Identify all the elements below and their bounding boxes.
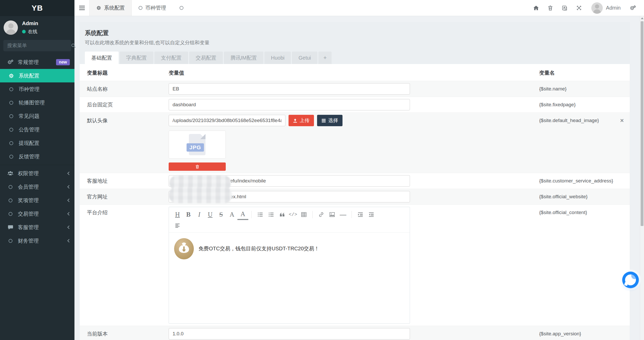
row-var-name: {$site.name}: [539, 83, 626, 95]
avatar-preview-card[interactable]: JPG: [169, 131, 226, 159]
home-icon[interactable]: [529, 0, 543, 16]
gears-icon: [7, 59, 13, 65]
row-var-name: {$site.default_head_image} ×: [539, 115, 626, 171]
topbar-username[interactable]: Admin: [606, 5, 621, 11]
align-left-icon[interactable]: [172, 220, 183, 231]
circle-icon: [8, 141, 14, 145]
site-name-input[interactable]: [169, 83, 410, 95]
row-label: 后台固定页: [87, 99, 169, 110]
hamburger-menu-icon[interactable]: [74, 0, 89, 16]
tab-basic-config[interactable]: 基础配置: [85, 52, 119, 64]
bold-button[interactable]: B: [183, 209, 194, 220]
sidebar-search: [3, 40, 71, 51]
vertical-scrollbar[interactable]: [640, 16, 644, 340]
outdent-icon[interactable]: [366, 209, 377, 220]
table-icon[interactable]: [298, 209, 309, 220]
user-status-label: 在线: [28, 29, 37, 35]
sidebar-item-withdraw-config[interactable]: 提现配置: [0, 136, 74, 150]
topbar-tab-label: 系统配置: [104, 4, 125, 11]
user-status: 在线: [22, 29, 38, 35]
heading-button[interactable]: H: [172, 209, 183, 220]
scrollbar-thumb[interactable]: [641, 21, 643, 226]
translate-icon[interactable]: [557, 0, 572, 16]
config-group-tabs: 基础配置 字典配置 支付配置 交易配置 腾讯IM配置 Huobi Getui +: [85, 52, 625, 64]
row-var-name: {$site.official_website}: [539, 191, 626, 202]
strikethrough-button[interactable]: S: [216, 209, 227, 220]
image-icon[interactable]: [327, 209, 338, 220]
ordered-list-icon[interactable]: [255, 209, 266, 220]
editor-content-area[interactable]: 免费OTC交易，钱包目前仅支持USDT-TRC20交易！: [169, 233, 410, 323]
customer-service-address-input[interactable]: kefu/index/mobile: [169, 175, 410, 187]
topbar-tab-blank[interactable]: [173, 0, 193, 16]
topbar-tab-currency[interactable]: 币种管理: [132, 0, 173, 16]
sidebar-item-customer-service[interactable]: 客服管理: [0, 221, 74, 234]
app-version-input[interactable]: [169, 328, 410, 339]
panel-header: 系统配置 可以在此增改系统的变量和分组,也可以自定义分组和变量 基础配置 字典配…: [80, 22, 630, 64]
main-content: 系统配置 可以在此增改系统的变量和分组,也可以自定义分组和变量 基础配置 字典配…: [74, 16, 640, 340]
tab-trade-config[interactable]: 交易配置: [189, 52, 223, 64]
italic-button[interactable]: I: [194, 209, 205, 220]
default-avatar-path-input[interactable]: [169, 115, 285, 126]
tab-getui[interactable]: Getui: [292, 52, 317, 64]
gear-icon: [8, 73, 14, 79]
topbar-avatar[interactable]: [591, 2, 603, 14]
scroll-up-arrow-icon[interactable]: [641, 17, 643, 19]
tab-huobi[interactable]: Huobi: [264, 52, 291, 64]
upload-button-label: 上传: [300, 117, 310, 124]
sidebar-item-trades[interactable]: 交易管理: [0, 207, 74, 221]
topbar-tab-system-config[interactable]: 系统配置: [89, 0, 132, 16]
sidebar-item-announcement[interactable]: 公告管理: [0, 123, 74, 136]
sidebar-item-faq[interactable]: 常见问题: [0, 109, 74, 123]
fixed-page-input[interactable]: [169, 99, 410, 110]
sidebar-item-label: 轮播图管理: [19, 99, 70, 106]
table-row: 当前版本 {$site.app_version}: [80, 326, 630, 340]
trash-icon[interactable]: [543, 0, 557, 16]
row-label: 默认头像: [87, 115, 169, 171]
underline-button[interactable]: U: [205, 209, 216, 220]
chevron-left-icon: [67, 172, 70, 175]
indent-icon[interactable]: [355, 209, 366, 220]
gears-settings-icon[interactable]: [625, 0, 640, 16]
sidebar-item-currency[interactable]: 币种管理: [0, 82, 74, 96]
tab-tencent-im-config[interactable]: 腾讯IM配置: [224, 52, 263, 64]
chevron-left-icon: [67, 225, 70, 229]
sidebar-item-carousel[interactable]: 轮播图管理: [0, 96, 74, 109]
sidebar-item-feedback[interactable]: 反馈管理: [0, 150, 74, 163]
add-tab-button[interactable]: +: [318, 52, 332, 64]
font-size-button[interactable]: A: [227, 209, 237, 220]
sidebar-item-finance[interactable]: 财务管理: [0, 234, 74, 247]
font-color-button[interactable]: A: [237, 209, 248, 220]
sidebar-item-system-config[interactable]: 系统配置: [0, 69, 74, 82]
code-button[interactable]: </>: [287, 209, 298, 220]
sidebar-item-awards[interactable]: 奖项管理: [0, 194, 74, 207]
sidebar-item-label: 权限管理: [18, 170, 63, 177]
sidebar-item-permissions[interactable]: 权限管理: [0, 167, 74, 180]
sidebar-item-general[interactable]: 常规管理 new: [0, 55, 74, 69]
upload-button[interactable]: 上传: [289, 115, 314, 126]
remove-variable-icon[interactable]: ×: [620, 117, 624, 124]
list-icon: [321, 119, 326, 123]
chat-widget-button[interactable]: [622, 272, 639, 288]
delete-preview-button[interactable]: [169, 162, 226, 171]
link-icon[interactable]: [316, 209, 327, 220]
circle-icon: [7, 185, 13, 189]
fullscreen-icon[interactable]: [572, 0, 586, 16]
column-header-name: 变量名: [539, 69, 626, 76]
blockquote-icon[interactable]: [277, 209, 287, 220]
gear-icon: [96, 5, 101, 10]
sidebar-item-label: 反馈管理: [19, 153, 70, 160]
sidebar-item-members[interactable]: 会员管理: [0, 180, 74, 194]
unordered-list-icon[interactable]: [266, 209, 277, 220]
circle-icon: [8, 101, 14, 105]
sidebar-item-label: 币种管理: [19, 86, 70, 93]
horizontal-rule-button[interactable]: —: [338, 209, 348, 220]
search-input[interactable]: [7, 43, 71, 48]
table-row: 官方网址 dex.html {$site.official_website}: [80, 189, 630, 204]
config-panel: 系统配置 可以在此增改系统的变量和分组,也可以自定义分组和变量 基础配置 字典配…: [80, 22, 630, 340]
table-row: 平台介绍 H B I U S A A: [80, 204, 630, 326]
official-website-input[interactable]: dex.html: [169, 191, 410, 202]
tab-dictionary-config[interactable]: 字典配置: [120, 52, 153, 64]
tab-payment-config[interactable]: 支付配置: [154, 52, 188, 64]
row-label: 当前版本: [87, 328, 169, 340]
choose-button[interactable]: 选择: [317, 115, 342, 126]
